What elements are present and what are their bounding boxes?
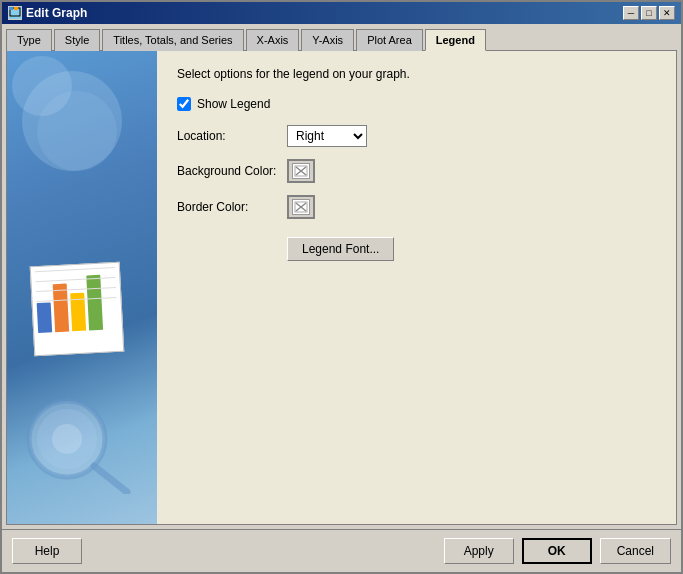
tabs-row: Type Style Titles, Totals, and Series X-… [2, 24, 681, 50]
border-color-swatch [292, 199, 310, 215]
tab-yaxis[interactable]: Y-Axis [301, 29, 354, 51]
tab-type[interactable]: Type [6, 29, 52, 51]
tab-xaxis[interactable]: X-Axis [246, 29, 300, 51]
svg-point-6 [52, 424, 82, 454]
right-panel: Select options for the legend on your gr… [157, 51, 676, 524]
title-bar: Edit Graph ─ □ ✕ [2, 2, 681, 24]
magnifier-icon [12, 394, 142, 494]
window-title: Edit Graph [26, 6, 87, 20]
background-color-label: Background Color: [177, 164, 287, 178]
content-area: Select options for the legend on your gr… [6, 50, 677, 525]
help-button[interactable]: Help [12, 538, 82, 564]
sidebar-chart [30, 262, 125, 357]
close-button[interactable]: ✕ [659, 6, 675, 20]
ok-button[interactable]: OK [522, 538, 592, 564]
location-row: Location: Right Left Top Bottom [177, 125, 656, 147]
footer-right: Apply OK Cancel [444, 538, 671, 564]
edit-graph-window: Edit Graph ─ □ ✕ Type Style Titles, Tota… [0, 0, 683, 574]
bar-1 [37, 302, 53, 333]
tab-plotarea[interactable]: Plot Area [356, 29, 423, 51]
description-text: Select options for the legend on your gr… [177, 67, 656, 81]
background-color-button[interactable] [287, 159, 315, 183]
sidebar [7, 51, 157, 524]
tab-legend[interactable]: Legend [425, 29, 486, 51]
tab-titles[interactable]: Titles, Totals, and Series [102, 29, 243, 51]
bar-4 [86, 275, 103, 331]
maximize-button[interactable]: □ [641, 6, 657, 20]
footer: Help Apply OK Cancel [2, 529, 681, 572]
title-bar-controls: ─ □ ✕ [623, 6, 675, 20]
window-icon [8, 6, 22, 20]
main-body: Select options for the legend on your gr… [7, 51, 676, 524]
svg-rect-1 [9, 7, 13, 10]
border-color-label: Border Color: [177, 200, 287, 214]
apply-button[interactable]: Apply [444, 538, 514, 564]
show-legend-label[interactable]: Show Legend [197, 97, 270, 111]
legend-font-row: Legend Font... [177, 231, 656, 261]
color-x-icon [294, 165, 308, 177]
background-color-row: Background Color: [177, 159, 656, 183]
border-x-icon [294, 201, 308, 213]
border-color-button[interactable] [287, 195, 315, 219]
tab-style[interactable]: Style [54, 29, 100, 51]
title-bar-left: Edit Graph [8, 6, 87, 20]
show-legend-checkbox[interactable] [177, 97, 191, 111]
svg-line-5 [94, 466, 127, 492]
legend-font-button[interactable]: Legend Font... [287, 237, 394, 261]
deco-circle-3 [12, 56, 72, 116]
border-color-row: Border Color: [177, 195, 656, 219]
background-color-swatch [292, 163, 310, 179]
footer-left: Help [12, 538, 82, 564]
minimize-button[interactable]: ─ [623, 6, 639, 20]
cancel-button[interactable]: Cancel [600, 538, 671, 564]
location-label: Location: [177, 129, 287, 143]
svg-rect-2 [14, 7, 18, 10]
location-select[interactable]: Right Left Top Bottom [287, 125, 367, 147]
show-legend-row: Show Legend [177, 97, 656, 111]
